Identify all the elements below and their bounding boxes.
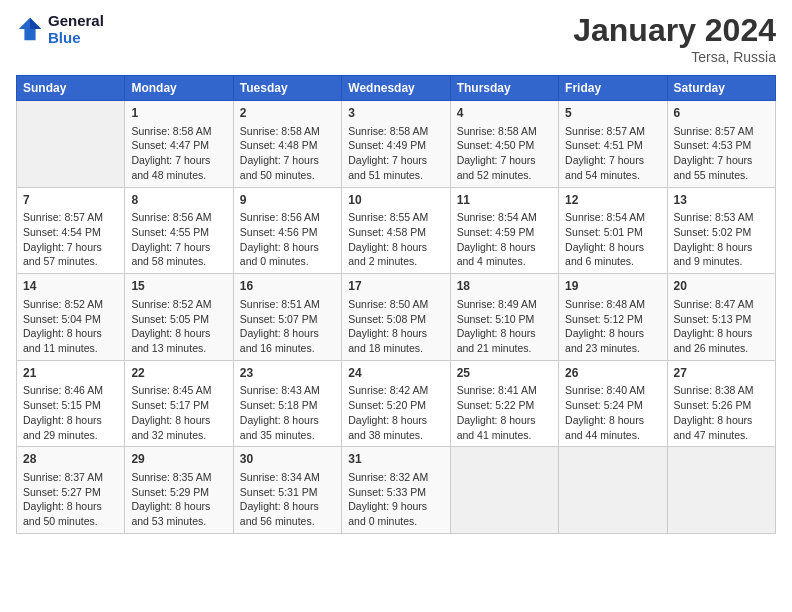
week-row-5: 28Sunrise: 8:37 AMSunset: 5:27 PMDayligh…: [17, 447, 776, 534]
day-number: 19: [565, 278, 660, 295]
day-info-line: Sunrise: 8:55 AM: [348, 210, 443, 225]
day-cell: 21Sunrise: 8:46 AMSunset: 5:15 PMDayligh…: [17, 360, 125, 447]
day-cell: 6Sunrise: 8:57 AMSunset: 4:53 PMDaylight…: [667, 101, 775, 188]
day-info-line: Sunrise: 8:34 AM: [240, 470, 335, 485]
day-info-line: Daylight: 7 hours: [23, 240, 118, 255]
day-cell: 9Sunrise: 8:56 AMSunset: 4:56 PMDaylight…: [233, 187, 341, 274]
day-number: 26: [565, 365, 660, 382]
day-info-line: Sunset: 5:04 PM: [23, 312, 118, 327]
day-number: 20: [674, 278, 769, 295]
day-info-line: Sunrise: 8:58 AM: [131, 124, 226, 139]
day-info-line: and 52 minutes.: [457, 168, 552, 183]
day-info-line: and 11 minutes.: [23, 341, 118, 356]
day-number: 27: [674, 365, 769, 382]
day-info-line: Sunrise: 8:52 AM: [131, 297, 226, 312]
day-cell: 24Sunrise: 8:42 AMSunset: 5:20 PMDayligh…: [342, 360, 450, 447]
day-number: 25: [457, 365, 552, 382]
main-title: January 2024: [573, 12, 776, 49]
day-number: 22: [131, 365, 226, 382]
day-cell: 18Sunrise: 8:49 AMSunset: 5:10 PMDayligh…: [450, 274, 558, 361]
day-info-line: Sunset: 5:22 PM: [457, 398, 552, 413]
day-info-line: and 21 minutes.: [457, 341, 552, 356]
day-cell: [667, 447, 775, 534]
day-info-line: and 50 minutes.: [240, 168, 335, 183]
day-cell: 19Sunrise: 8:48 AMSunset: 5:12 PMDayligh…: [559, 274, 667, 361]
day-info-line: Sunrise: 8:50 AM: [348, 297, 443, 312]
day-info-line: Daylight: 8 hours: [131, 326, 226, 341]
header-cell-monday: Monday: [125, 76, 233, 101]
day-info-line: and 4 minutes.: [457, 254, 552, 269]
day-cell: 23Sunrise: 8:43 AMSunset: 5:18 PMDayligh…: [233, 360, 341, 447]
day-info-line: Sunset: 5:17 PM: [131, 398, 226, 413]
day-cell: 3Sunrise: 8:58 AMSunset: 4:49 PMDaylight…: [342, 101, 450, 188]
day-number: 21: [23, 365, 118, 382]
day-info-line: and 13 minutes.: [131, 341, 226, 356]
day-number: 7: [23, 192, 118, 209]
day-cell: 7Sunrise: 8:57 AMSunset: 4:54 PMDaylight…: [17, 187, 125, 274]
day-info-line: and 50 minutes.: [23, 514, 118, 529]
day-info-line: and 18 minutes.: [348, 341, 443, 356]
day-cell: 26Sunrise: 8:40 AMSunset: 5:24 PMDayligh…: [559, 360, 667, 447]
day-info-line: and 2 minutes.: [348, 254, 443, 269]
day-cell: 17Sunrise: 8:50 AMSunset: 5:08 PMDayligh…: [342, 274, 450, 361]
day-info-line: Sunrise: 8:58 AM: [457, 124, 552, 139]
logo-icon: [16, 15, 44, 43]
day-cell: 8Sunrise: 8:56 AMSunset: 4:55 PMDaylight…: [125, 187, 233, 274]
day-info-line: Sunset: 5:31 PM: [240, 485, 335, 500]
day-info-line: Sunset: 5:27 PM: [23, 485, 118, 500]
day-info-line: and 29 minutes.: [23, 428, 118, 443]
day-info-line: Daylight: 8 hours: [240, 499, 335, 514]
day-cell: 10Sunrise: 8:55 AMSunset: 4:58 PMDayligh…: [342, 187, 450, 274]
day-info-line: Sunrise: 8:41 AM: [457, 383, 552, 398]
day-info-line: Daylight: 8 hours: [240, 413, 335, 428]
day-cell: [17, 101, 125, 188]
day-info-line: Daylight: 8 hours: [565, 326, 660, 341]
day-info-line: and 53 minutes.: [131, 514, 226, 529]
day-cell: [450, 447, 558, 534]
day-info-line: Daylight: 8 hours: [23, 499, 118, 514]
day-info-line: Sunset: 5:12 PM: [565, 312, 660, 327]
day-info-line: Daylight: 7 hours: [131, 153, 226, 168]
day-number: 6: [674, 105, 769, 122]
week-row-2: 7Sunrise: 8:57 AMSunset: 4:54 PMDaylight…: [17, 187, 776, 274]
day-number: 28: [23, 451, 118, 468]
day-cell: 13Sunrise: 8:53 AMSunset: 5:02 PMDayligh…: [667, 187, 775, 274]
day-info-line: and 56 minutes.: [240, 514, 335, 529]
day-info-line: Sunrise: 8:37 AM: [23, 470, 118, 485]
day-info-line: Sunset: 5:07 PM: [240, 312, 335, 327]
day-info-line: Sunrise: 8:32 AM: [348, 470, 443, 485]
day-number: 18: [457, 278, 552, 295]
day-info-line: Daylight: 7 hours: [674, 153, 769, 168]
day-info-line: Daylight: 8 hours: [457, 240, 552, 255]
day-info-line: Sunset: 5:15 PM: [23, 398, 118, 413]
day-info-line: Sunrise: 8:53 AM: [674, 210, 769, 225]
day-number: 16: [240, 278, 335, 295]
day-info-line: Daylight: 9 hours: [348, 499, 443, 514]
day-cell: 29Sunrise: 8:35 AMSunset: 5:29 PMDayligh…: [125, 447, 233, 534]
day-info-line: Sunset: 4:59 PM: [457, 225, 552, 240]
day-cell: 31Sunrise: 8:32 AMSunset: 5:33 PMDayligh…: [342, 447, 450, 534]
day-info-line: Sunrise: 8:49 AM: [457, 297, 552, 312]
day-info-line: Sunrise: 8:45 AM: [131, 383, 226, 398]
day-info-line: and 0 minutes.: [240, 254, 335, 269]
day-number: 2: [240, 105, 335, 122]
day-info-line: Daylight: 8 hours: [674, 240, 769, 255]
day-info-line: Sunrise: 8:46 AM: [23, 383, 118, 398]
day-info-line: Sunrise: 8:57 AM: [565, 124, 660, 139]
day-info-line: Sunrise: 8:56 AM: [131, 210, 226, 225]
day-info-line: Sunrise: 8:57 AM: [674, 124, 769, 139]
day-info-line: Sunset: 5:01 PM: [565, 225, 660, 240]
logo: General Blue: [16, 12, 104, 46]
day-number: 1: [131, 105, 226, 122]
day-info-line: Daylight: 8 hours: [674, 326, 769, 341]
day-number: 8: [131, 192, 226, 209]
day-info-line: Daylight: 8 hours: [240, 326, 335, 341]
calendar-header: SundayMondayTuesdayWednesdayThursdayFrid…: [17, 76, 776, 101]
day-info-line: Sunrise: 8:58 AM: [240, 124, 335, 139]
subtitle: Tersa, Russia: [573, 49, 776, 65]
day-info-line: and 16 minutes.: [240, 341, 335, 356]
day-info-line: Sunrise: 8:56 AM: [240, 210, 335, 225]
day-cell: 16Sunrise: 8:51 AMSunset: 5:07 PMDayligh…: [233, 274, 341, 361]
day-info-line: Sunrise: 8:58 AM: [348, 124, 443, 139]
header-cell-wednesday: Wednesday: [342, 76, 450, 101]
